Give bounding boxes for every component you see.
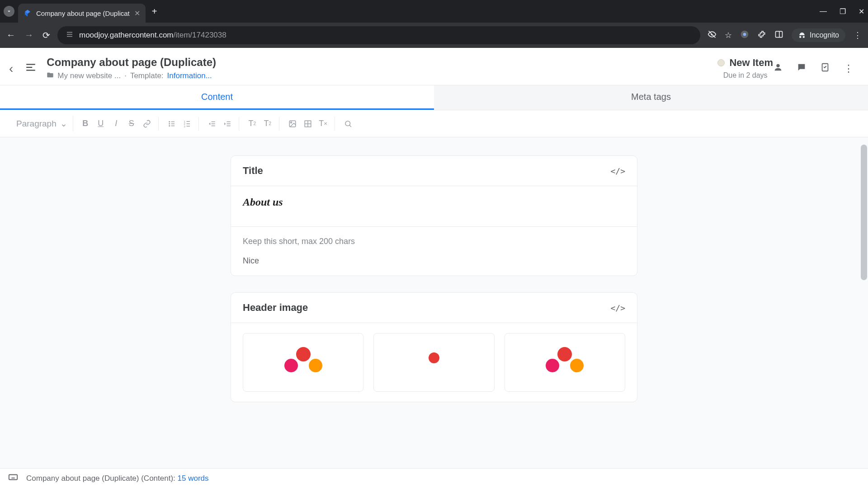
field-label: Header image [243,302,308,314]
tab-list-button[interactable] [4,6,14,17]
tab-favicon-icon [24,9,32,17]
field-hint: Keep this short, max 200 chars [243,237,625,246]
close-tab-icon[interactable]: ✕ [134,9,140,18]
status-bar: Company about page (Duplicate) (Content)… [0,468,868,488]
profile-icon[interactable] [740,30,749,41]
browser-tab-bar: Company about page (Duplicat ✕ + — ❐ ✕ [0,0,868,23]
image-thumbnail[interactable] [505,333,625,392]
clear-format-button[interactable]: T✕ [316,117,330,131]
tab-title: Company about page (Duplicat [36,9,130,17]
sidebar-toggle-button[interactable] [19,56,47,76]
extensions-icon[interactable] [757,30,766,41]
window-controls: — ❐ ✕ [820,7,864,16]
paragraph-style-select[interactable]: Paragraph ⌄ [11,116,73,131]
incognito-label: Incognito [810,31,839,39]
status-dot-icon [717,59,725,66]
minimize-button[interactable]: — [820,7,827,16]
svg-point-26 [345,121,350,126]
tab-content[interactable]: Content [0,85,434,110]
template-link[interactable]: Information... [167,71,212,80]
status-section[interactable]: New Item Due in 2 days [717,56,773,80]
svg-rect-18 [186,121,190,122]
folder-icon [47,71,54,80]
code-view-icon[interactable]: </> [610,303,625,313]
indent-button[interactable] [221,117,234,131]
back-button[interactable]: ← [6,30,15,41]
paragraph-label: Paragraph [16,119,57,129]
italic-button[interactable]: I [109,117,123,131]
svg-point-22 [290,122,292,123]
numbered-list-button[interactable]: 123 [180,117,194,131]
vertical-scrollbar[interactable] [861,145,867,280]
template-label: Template: [130,71,164,80]
link-button[interactable] [140,117,154,131]
bullet-list-button[interactable] [165,117,179,131]
svg-rect-14 [171,125,175,126]
keyboard-icon[interactable] [8,472,18,484]
code-view-icon[interactable]: </> [610,166,625,176]
site-settings-icon[interactable] [66,30,74,41]
address-bar: ← → ⟳ moodjoy.gathercontent.com/item/174… [0,23,868,48]
outdent-button[interactable] [205,117,219,131]
content-tabs: Content Meta tags [0,85,868,110]
page-title: Company about page (Duplicate) [47,56,717,69]
svg-rect-20 [186,126,190,127]
bold-button[interactable]: B [79,117,92,131]
more-options-icon[interactable]: ⋮ [844,63,854,75]
header-image-card: Header image </> [231,292,637,402]
svg-point-11 [169,125,170,127]
field-body-text[interactable]: Nice [243,256,625,266]
chevron-down-icon: ⌄ [60,118,67,129]
maximize-button[interactable]: ❐ [840,7,846,16]
svg-text:3: 3 [184,125,185,127]
breadcrumb-folder[interactable]: My new website ... [57,71,121,80]
bookmark-icon[interactable]: ☆ [725,30,732,40]
title-field-card: Title </> About us Keep this short, max … [231,155,637,276]
svg-rect-13 [171,123,175,124]
footer-text: Company about page (Duplicate) (Content)… [26,474,178,483]
side-panel-icon[interactable] [774,30,783,41]
forward-button[interactable]: → [24,30,33,41]
tab-meta-tags[interactable]: Meta tags [434,85,868,110]
svg-line-27 [349,125,351,127]
assignees-icon[interactable] [773,62,783,75]
word-count[interactable]: 15 words [178,474,209,483]
svg-rect-19 [186,123,190,124]
strikethrough-button[interactable]: S [125,117,138,131]
url-path: /item/17423038 [174,31,226,39]
tracking-icon[interactable] [708,30,717,41]
url-input[interactable]: moodjoy.gathercontent.com/item/17423038 [57,26,700,44]
svg-rect-12 [171,121,175,122]
header-actions: ⋮ [773,56,854,75]
comments-icon[interactable] [797,62,807,75]
svg-point-1 [743,33,746,36]
app-back-button[interactable]: ‹ [8,56,19,76]
status-label: New Item [729,57,773,69]
reload-button[interactable]: ⟳ [42,30,50,41]
new-tab-button[interactable]: + [152,6,157,17]
app-header: ‹ Company about page (Duplicate) My new … [0,48,868,85]
browser-tab[interactable]: Company about page (Duplicat ✕ [18,4,146,23]
insert-image-button[interactable] [286,117,299,131]
subscript-button[interactable]: T2 [245,117,259,131]
field-label: Title [243,165,263,177]
search-button[interactable] [341,117,355,131]
title-editor[interactable]: About us [231,186,637,226]
svg-rect-28 [9,475,17,480]
svg-point-9 [169,121,170,122]
incognito-badge[interactable]: Incognito [792,28,845,42]
superscript-button[interactable]: T2 [261,117,274,131]
breadcrumb-separator: · [124,71,127,80]
image-thumbnail[interactable] [373,333,494,392]
insert-table-button[interactable] [301,117,315,131]
title-heading: About us [243,196,625,208]
chrome-menu-icon[interactable]: ⋮ [854,30,862,40]
image-thumbnail[interactable] [243,333,363,392]
content-area: Title </> About us Keep this short, max … [0,137,868,470]
close-window-button[interactable]: ✕ [859,7,864,16]
svg-point-7 [776,64,779,67]
tasks-icon[interactable] [820,62,830,75]
svg-point-10 [169,123,170,124]
breadcrumb: My new website ... · Template: Informati… [47,71,717,80]
underline-button[interactable]: U [94,117,108,131]
